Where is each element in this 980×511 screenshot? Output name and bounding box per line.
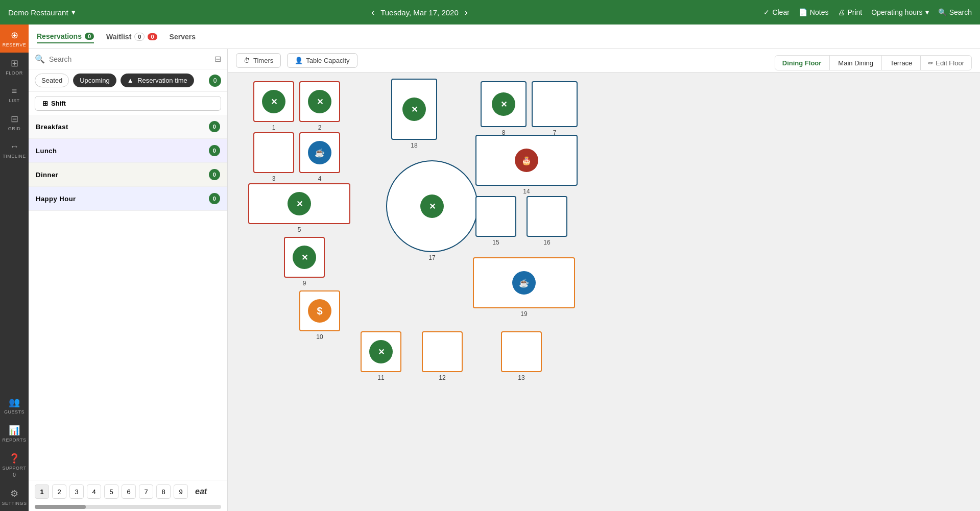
table-8-icon: ✕ — [492, 92, 515, 116]
tab-servers[interactable]: Servers — [170, 31, 196, 43]
next-date-button[interactable]: › — [465, 7, 468, 18]
page-7-button[interactable]: 7 — [139, 484, 153, 499]
table-18[interactable]: ✕18 — [391, 79, 437, 149]
tab-reservations[interactable]: Reservations 0 — [37, 30, 94, 43]
table-12[interactable]: 12 — [422, 331, 463, 381]
table-10-icon: $ — [308, 299, 331, 323]
operating-hours-button[interactable]: Operating hours ▾ — [871, 8, 928, 16]
sidebar-item-reports[interactable]: 📊 Reports — [0, 420, 29, 448]
page-3-button[interactable]: 3 — [69, 484, 84, 499]
sidebar-item-grid[interactable]: ⊟ Grid — [0, 108, 29, 136]
page-9-button[interactable]: 9 — [174, 484, 188, 499]
table-1[interactable]: ✕1 — [253, 81, 294, 131]
settings-icon: ⚙ — [10, 488, 18, 499]
table-17-icon: ✕ — [420, 194, 444, 218]
floor-tab-dining[interactable]: Dining Floor — [775, 56, 829, 70]
floor-tab-divider2 — [881, 56, 882, 70]
table-10[interactable]: $10 — [299, 290, 340, 340]
table-9[interactable]: ✕9 — [284, 237, 325, 287]
current-date: Tuesday, Mar 17, 2020 — [380, 8, 459, 17]
sidebar-item-support[interactable]: ❓ Support 0 — [0, 448, 29, 483]
floor-controls: Dining Floor Main Dining Terrace ✏ Edit … — [775, 55, 972, 70]
table-15[interactable]: 15 — [475, 196, 516, 246]
table-17[interactable]: ✕17 — [386, 160, 478, 261]
restaurant-name: Demo Restaurant — [8, 8, 68, 17]
table-1-label: 1 — [272, 124, 276, 131]
floor-tab-divider — [829, 56, 830, 70]
table-11-icon: ✕ — [369, 340, 393, 363]
table-13[interactable]: 13 — [501, 331, 542, 381]
table-19[interactable]: ☕19 — [473, 257, 575, 318]
table-2[interactable]: ✕2 — [299, 81, 340, 131]
table-7[interactable]: 7 — [532, 81, 578, 136]
timers-button[interactable]: ⏱ Timers — [236, 53, 281, 68]
filter-icon[interactable]: ⊟ — [214, 54, 221, 64]
table-16[interactable]: 16 — [527, 196, 567, 246]
restaurant-dropdown-icon[interactable]: ▾ — [71, 8, 76, 17]
upcoming-filter-button[interactable]: Upcoming — [73, 74, 116, 87]
sidebar-item-list[interactable]: ≡ List — [0, 81, 29, 108]
page-6-button[interactable]: 6 — [122, 484, 136, 499]
sidebar-item-settings[interactable]: ⚙ Settings — [0, 483, 29, 511]
filter-buttons: Seated Upcoming ▲ Reservation time 0 — [29, 69, 227, 92]
table-14-label: 14 — [523, 188, 530, 195]
shift-item-dinner[interactable]: Dinner 0 — [29, 163, 227, 187]
page-5-button[interactable]: 5 — [104, 484, 118, 499]
table-12-label: 12 — [439, 374, 445, 381]
floor-tab-main-dining[interactable]: Main Dining — [831, 56, 880, 70]
top-nav: Demo Restaurant ▾ ‹ Tuesday, Mar 17, 202… — [0, 0, 980, 25]
floor-tab-terrace[interactable]: Terrace — [883, 56, 919, 70]
page-4-button[interactable]: 4 — [87, 484, 101, 499]
tables-container: ✕1✕2✕18✕873☕4🎂14✕5✕171516✕9☕19$10✕111213 — [228, 74, 980, 511]
table-18-label: 18 — [411, 142, 417, 149]
table-10-label: 10 — [316, 333, 323, 340]
page-8-button[interactable]: 8 — [156, 484, 171, 499]
reports-icon: 📊 — [9, 425, 20, 436]
shift-item-breakfast[interactable]: Breakfast 0 — [29, 115, 227, 139]
clear-button[interactable]: ✓ Clear — [763, 8, 789, 16]
table-18-icon: ✕ — [402, 98, 426, 121]
sidebar-item-guests[interactable]: 👥 Guests — [0, 392, 29, 420]
table-17-label: 17 — [428, 254, 435, 261]
timeline-icon: ↔ — [10, 141, 19, 152]
table-4[interactable]: ☕4 — [299, 132, 340, 182]
sidebar-item-timeline[interactable]: ↔ Timeline — [0, 136, 29, 164]
search-input[interactable] — [49, 55, 210, 63]
sidebar-item-floor[interactable]: ⊞ Floor — [0, 53, 29, 81]
filter-count: 0 — [209, 75, 221, 87]
table-capacity-button[interactable]: 👤 Table Capacity — [287, 53, 357, 68]
prev-date-button[interactable]: ‹ — [371, 7, 374, 18]
page-1-button[interactable]: 1 — [35, 484, 49, 499]
reservation-time-filter-button[interactable]: ▲ Reservation time — [121, 74, 194, 87]
search-button[interactable]: 🔍 Search — [938, 8, 972, 16]
table-8[interactable]: ✕8 — [481, 81, 527, 136]
shift-button[interactable]: ⊞ Shift — [35, 96, 221, 111]
sidebar-item-reserve[interactable]: ⊕ Reserve — [0, 25, 29, 53]
search-icon: 🔍 — [938, 8, 947, 16]
tab-waitlist[interactable]: Waitlist 0 0 — [106, 31, 157, 43]
table-3[interactable]: 3 — [253, 132, 294, 182]
page-2-button[interactable]: 2 — [52, 484, 66, 499]
search-bar: 🔍 ⊟ — [29, 49, 227, 69]
notes-button[interactable]: 📄 Notes — [799, 8, 829, 16]
print-button[interactable]: 🖨 Print — [838, 8, 862, 16]
table-5-label: 5 — [298, 226, 301, 233]
timer-icon: ⏱ — [244, 57, 250, 64]
page-scroll[interactable] — [35, 505, 221, 509]
shift-item-lunch[interactable]: Lunch 0 — [29, 139, 227, 163]
sort-icon: ▲ — [127, 77, 134, 84]
shift-item-happy-hour[interactable]: Happy Hour 0 — [29, 187, 227, 211]
table-19-label: 19 — [520, 310, 527, 318]
table-5[interactable]: ✕5 — [248, 183, 350, 233]
table-14[interactable]: 🎂14 — [475, 135, 578, 195]
table-5-icon: ✕ — [288, 192, 311, 215]
restaurant-name-area[interactable]: Demo Restaurant ▾ — [8, 8, 76, 17]
table-1-icon: ✕ — [262, 90, 285, 113]
top-actions: ✓ Clear 📄 Notes 🖨 Print Operating hours … — [763, 8, 972, 16]
edit-floor-button[interactable]: ✏ Edit Floor — [920, 56, 971, 70]
table-4-label: 4 — [318, 175, 322, 182]
table-11[interactable]: ✕11 — [361, 331, 401, 381]
floor-view: ⏱ Timers 👤 Table Capacity Dining Floor M… — [228, 49, 980, 511]
left-sidebar: ⊕ Reserve ⊞ Floor ≡ List ⊟ Grid ↔ Timeli… — [0, 25, 29, 511]
seated-filter-button[interactable]: Seated — [35, 74, 69, 87]
